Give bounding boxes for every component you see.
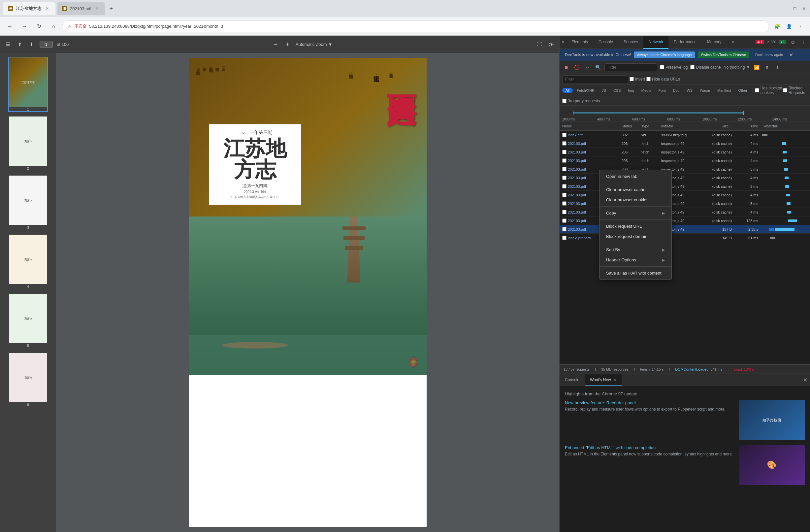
table-row[interactable]: 202103.pdf 206 fetch inspector.js:49 (di…	[560, 165, 810, 174]
record-button[interactable]: ⏺	[562, 63, 570, 71]
pdf-scroll-down[interactable]: ⬇	[28, 40, 36, 48]
pdf-scroll-up[interactable]: ⬆	[16, 40, 24, 48]
filter-other[interactable]: Other	[735, 88, 750, 93]
throttling-select[interactable]: No throttling ▼	[724, 65, 750, 70]
table-row[interactable]: 202103.pdf 206 fetch inspector.js:49 (di…	[560, 148, 810, 157]
devtools-settings[interactable]: ⚙	[789, 38, 797, 46]
devtools-tab-console[interactable]: Console	[593, 36, 618, 49]
table-row[interactable]: 202103.pdf 206 fetch inspector.js:49 (di…	[560, 174, 810, 182]
table-row[interactable]: locale.properti... 149 B 61 ms	[560, 233, 810, 242]
extensions-button[interactable]: 🧩	[772, 21, 782, 32]
pdf-zoom-out[interactable]: −	[272, 40, 280, 48]
bottom-panel-close-btn[interactable]: ✕	[803, 377, 807, 383]
ctx-block-domain[interactable]: Block request domain	[599, 231, 671, 242]
ctx-open-new-tab[interactable]: Open in new tab	[599, 171, 671, 181]
ctx-clear-cookies[interactable]: Clear browser cookies	[599, 195, 671, 205]
col-status[interactable]: Status	[619, 124, 639, 128]
filter-doc[interactable]: Doc	[670, 88, 683, 93]
banner-close-btn[interactable]: ✕	[789, 52, 793, 58]
reload-button[interactable]: ↻	[33, 20, 45, 32]
ctx-clear-cache[interactable]: Clear browser cache	[599, 184, 671, 195]
filter-all[interactable]: All	[562, 88, 573, 93]
filter-media[interactable]: Media	[638, 88, 654, 93]
devtools-tab-more[interactable]: »	[727, 36, 740, 49]
filter-js[interactable]: JS	[599, 88, 610, 93]
table-row[interactable]: 202103.pdf 206 fetch inspector.js:49 (di…	[560, 216, 810, 225]
clear-button[interactable]: 🚫	[573, 63, 581, 71]
new-tab-button[interactable]: +	[107, 4, 116, 13]
ctx-header-options[interactable]: Header Options ▶	[599, 255, 671, 265]
bottom-tab-console[interactable]: Console	[560, 374, 585, 386]
filter-css[interactable]: CSS	[610, 88, 624, 93]
devtools-tab-network[interactable]: Network	[643, 36, 668, 49]
export-button[interactable]: ⬇	[774, 63, 782, 71]
filter-ws[interactable]: WS	[683, 88, 696, 93]
settings-button[interactable]: ⋮	[795, 21, 806, 32]
search-button[interactable]: 🔍	[594, 63, 602, 71]
pdf-thumb-3[interactable]: 页面 3 3	[8, 175, 48, 230]
bottom-tab-whatsnew[interactable]: What's New ✕	[585, 374, 622, 386]
back-button[interactable]: ←	[4, 20, 16, 32]
tab-close-2[interactable]: ✕	[94, 5, 100, 12]
table-row[interactable]: 202103.pdf 206 fetch inspector.js:49 (di…	[560, 208, 810, 216]
table-row[interactable]: 202103.pdf 206 fetch inspector.js:49 (di…	[560, 191, 810, 199]
col-initiator[interactable]: Initiator	[659, 124, 701, 128]
banner-dont-show-btn[interactable]: Don't show again	[752, 51, 786, 58]
col-type[interactable]: Type	[639, 124, 659, 128]
col-name[interactable]: Name	[560, 124, 619, 128]
devtools-tab-performance[interactable]: Performance	[668, 36, 702, 49]
whatsnew-item-2-link[interactable]: Enhanced "Edit as HTML" with code comple…	[565, 445, 733, 450]
table-row[interactable]: 202103.pdf 206 fetch inspector.js:49 (di…	[560, 139, 810, 148]
pdf-thumb-6[interactable]: 页面 6 6	[8, 352, 48, 407]
ctx-block-url[interactable]: Block request URL	[599, 221, 671, 231]
filter-toggle[interactable]: ▽	[583, 63, 591, 71]
minimize-button[interactable]: —	[782, 5, 789, 12]
tab-jiangsu[interactable]: 📖 江苏省地方志 ✕	[3, 2, 55, 15]
online-icon[interactable]: 📶	[752, 63, 761, 71]
col-size[interactable]: Size ↑	[701, 124, 734, 128]
pdf-expand[interactable]: ≫	[547, 40, 555, 48]
has-blocked-cookies-checkbox[interactable]: Has blocked cookies	[755, 86, 782, 95]
filter-wasm[interactable]: Wasm	[697, 88, 713, 93]
url-filter-input[interactable]	[562, 75, 628, 83]
table-row[interactable]: 202103.pdf 206 fetch inspector.js:49 (di…	[560, 182, 810, 191]
devtools-tab-memory[interactable]: Memory	[702, 36, 727, 49]
banner-match-language-btn[interactable]: Always match Chrome's language	[634, 51, 695, 58]
bottom-tab-whatsnew-close[interactable]: ✕	[613, 377, 617, 383]
third-party-checkbox[interactable]: 3rd-party requests	[562, 99, 600, 103]
pdf-page-input[interactable]	[39, 41, 53, 48]
filter-img[interactable]: Img	[625, 88, 637, 93]
pdf-sidebar-toggle[interactable]: ☰	[4, 40, 12, 48]
banner-switch-chinese-btn[interactable]: Switch DevTools to Chinese	[698, 51, 749, 58]
tab-pdf[interactable]: 📄 202103.pdf ✕	[57, 2, 105, 15]
table-row[interactable]: 202103.pdf 206 fetch inspector.js:49 (di…	[560, 199, 810, 208]
filter-fetch-xhr[interactable]: Fetch/XHR	[573, 88, 598, 93]
ctx-sort-by[interactable]: Sort By ▶	[599, 244, 671, 255]
pdf-fullscreen[interactable]: ⛶	[535, 40, 544, 48]
col-waterfall[interactable]: Waterfall	[761, 124, 810, 128]
address-bar[interactable]: ⚠ 不安全 58.213.139.243:8088/Dfzqktg/html/p…	[62, 20, 769, 32]
whatsnew-item-1-link[interactable]: New preview feature: Recorder panel	[565, 400, 733, 405]
import-button[interactable]: ⬆	[763, 63, 771, 71]
disable-cache-checkbox[interactable]: Disable cache	[690, 65, 720, 70]
tab-close-1[interactable]: ✕	[44, 5, 50, 12]
devtools-more[interactable]: ⋮	[799, 38, 807, 46]
pdf-zoom-select[interactable]: Automatic Zoom ▼	[296, 42, 333, 47]
ctx-copy[interactable]: Copy ▶	[599, 208, 671, 218]
pdf-thumb-2[interactable]: 页面 2 2	[8, 116, 48, 171]
profile-button[interactable]: 👤	[783, 21, 794, 32]
pdf-thumb-1[interactable]: 江苏地方志 1	[8, 57, 48, 112]
pdf-thumb-4[interactable]: 页面 4 4	[8, 234, 48, 289]
devtools-tab-elements[interactable]: Elements	[566, 36, 593, 49]
filter-input[interactable]	[604, 63, 657, 71]
forward-button[interactable]: →	[18, 20, 30, 32]
pdf-thumb-5[interactable]: 页面 5 5	[8, 293, 48, 348]
blocked-requests-checkbox[interactable]: Blocked Requests	[783, 86, 807, 95]
filter-font[interactable]: Font	[655, 88, 669, 93]
hide-data-urls-checkbox[interactable]: Hide data URLs	[646, 77, 680, 81]
filter-manifest[interactable]: Manifest	[714, 88, 734, 93]
pdf-zoom-in[interactable]: +	[284, 40, 292, 48]
devtools-tab-sources[interactable]: Sources	[618, 36, 643, 49]
maximize-button[interactable]: □	[792, 5, 798, 12]
home-button[interactable]: ⌂	[48, 20, 60, 32]
